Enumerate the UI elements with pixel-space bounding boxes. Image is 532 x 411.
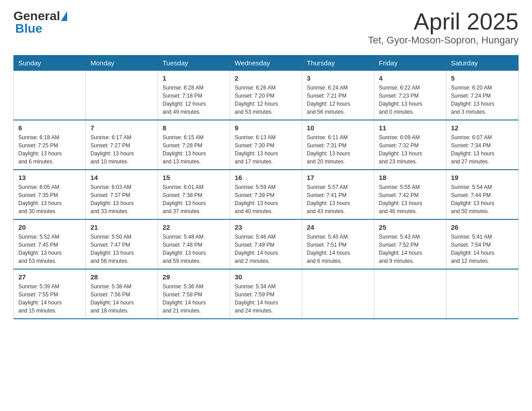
calendar-cell: 13Sunrise: 6:05 AM Sunset: 7:35 PM Dayli… xyxy=(14,170,86,219)
day-number: 16 xyxy=(235,174,297,181)
logo-blue-text: Blue xyxy=(15,21,43,35)
calendar-cell: 19Sunrise: 5:54 AM Sunset: 7:44 PM Dayli… xyxy=(446,170,519,219)
day-number: 23 xyxy=(235,223,297,231)
calendar-cell: 23Sunrise: 5:46 AM Sunset: 7:49 PM Dayli… xyxy=(230,219,302,269)
weekday-header-saturday: Saturday xyxy=(446,56,519,71)
weekday-header-tuesday: Tuesday xyxy=(158,56,230,71)
calendar-cell xyxy=(446,269,519,319)
calendar-cell: 30Sunrise: 5:34 AM Sunset: 7:59 PM Dayli… xyxy=(230,269,302,319)
calendar-cell: 27Sunrise: 5:39 AM Sunset: 7:55 PM Dayli… xyxy=(14,269,86,319)
day-info: Sunrise: 5:36 AM Sunset: 7:58 PM Dayligh… xyxy=(163,283,225,315)
calendar-cell: 5Sunrise: 6:20 AM Sunset: 7:24 PM Daylig… xyxy=(446,71,519,120)
calendar-cell: 2Sunrise: 6:26 AM Sunset: 7:20 PM Daylig… xyxy=(230,71,302,120)
day-info: Sunrise: 5:52 AM Sunset: 7:45 PM Dayligh… xyxy=(18,233,81,265)
logo-triangle-icon xyxy=(61,11,67,21)
calendar-title: April 2025 xyxy=(368,9,519,34)
weekday-header-friday: Friday xyxy=(374,56,446,71)
calendar-cell: 26Sunrise: 5:41 AM Sunset: 7:54 PM Dayli… xyxy=(446,219,519,269)
day-info: Sunrise: 5:43 AM Sunset: 7:52 PM Dayligh… xyxy=(379,233,442,265)
calendar-cell: 25Sunrise: 5:43 AM Sunset: 7:52 PM Dayli… xyxy=(374,219,446,269)
day-number: 11 xyxy=(379,124,442,132)
day-number: 30 xyxy=(235,273,297,281)
calendar-cell: 12Sunrise: 6:07 AM Sunset: 7:34 PM Dayli… xyxy=(446,120,519,170)
day-info: Sunrise: 5:55 AM Sunset: 7:42 PM Dayligh… xyxy=(379,183,442,215)
calendar-cell: 24Sunrise: 5:45 AM Sunset: 7:51 PM Dayli… xyxy=(302,219,374,269)
calendar-cell: 14Sunrise: 6:03 AM Sunset: 7:37 PM Dayli… xyxy=(86,170,158,219)
day-info: Sunrise: 6:05 AM Sunset: 7:35 PM Dayligh… xyxy=(18,183,81,215)
day-number: 1 xyxy=(163,74,225,82)
day-info: Sunrise: 6:09 AM Sunset: 7:32 PM Dayligh… xyxy=(379,133,442,166)
calendar-cell xyxy=(14,71,86,120)
day-info: Sunrise: 6:26 AM Sunset: 7:20 PM Dayligh… xyxy=(235,84,297,116)
calendar-header: SundayMondayTuesdayWednesdayThursdayFrid… xyxy=(14,56,519,71)
weekday-header-wednesday: Wednesday xyxy=(230,56,302,71)
calendar-cell: 20Sunrise: 5:52 AM Sunset: 7:45 PM Dayli… xyxy=(14,219,86,269)
day-number: 26 xyxy=(451,223,514,231)
day-info: Sunrise: 5:41 AM Sunset: 7:54 PM Dayligh… xyxy=(451,233,514,265)
day-info: Sunrise: 6:03 AM Sunset: 7:37 PM Dayligh… xyxy=(90,183,153,215)
day-info: Sunrise: 6:07 AM Sunset: 7:34 PM Dayligh… xyxy=(451,133,514,166)
calendar-cell: 9Sunrise: 6:13 AM Sunset: 7:30 PM Daylig… xyxy=(230,120,302,170)
calendar-cell: 1Sunrise: 6:28 AM Sunset: 7:18 PM Daylig… xyxy=(158,71,230,120)
calendar-table: SundayMondayTuesdayWednesdayThursdayFrid… xyxy=(13,55,519,319)
day-info: Sunrise: 6:15 AM Sunset: 7:28 PM Dayligh… xyxy=(163,133,225,166)
calendar-cell: 15Sunrise: 6:01 AM Sunset: 7:38 PM Dayli… xyxy=(158,170,230,219)
day-number: 5 xyxy=(451,74,514,82)
day-info: Sunrise: 6:13 AM Sunset: 7:30 PM Dayligh… xyxy=(235,133,297,166)
calendar-subtitle: Tet, Gyor-Moson-Sopron, Hungary xyxy=(368,34,519,46)
day-number: 27 xyxy=(18,273,81,281)
calendar-cell: 17Sunrise: 5:57 AM Sunset: 7:41 PM Dayli… xyxy=(302,170,374,219)
calendar-cell: 6Sunrise: 6:18 AM Sunset: 7:25 PM Daylig… xyxy=(14,120,86,170)
calendar-cell: 16Sunrise: 5:59 AM Sunset: 7:39 PM Dayli… xyxy=(230,170,302,219)
day-number: 12 xyxy=(451,124,514,132)
day-number: 20 xyxy=(18,223,81,231)
calendar-week-row: 6Sunrise: 6:18 AM Sunset: 7:25 PM Daylig… xyxy=(14,120,519,170)
title-block: April 2025 Tet, Gyor-Moson-Sopron, Hunga… xyxy=(368,9,519,46)
weekday-header-thursday: Thursday xyxy=(302,56,374,71)
calendar-body: 1Sunrise: 6:28 AM Sunset: 7:18 PM Daylig… xyxy=(14,71,519,319)
calendar-cell: 4Sunrise: 6:22 AM Sunset: 7:23 PM Daylig… xyxy=(374,71,446,120)
day-info: Sunrise: 5:59 AM Sunset: 7:39 PM Dayligh… xyxy=(235,183,297,215)
day-number: 10 xyxy=(307,124,369,132)
day-info: Sunrise: 5:38 AM Sunset: 7:56 PM Dayligh… xyxy=(90,283,153,315)
day-info: Sunrise: 6:11 AM Sunset: 7:31 PM Dayligh… xyxy=(307,133,369,166)
day-number: 2 xyxy=(235,74,297,82)
day-info: Sunrise: 6:18 AM Sunset: 7:25 PM Dayligh… xyxy=(18,133,81,166)
calendar-cell: 28Sunrise: 5:38 AM Sunset: 7:56 PM Dayli… xyxy=(86,269,158,319)
day-info: Sunrise: 6:24 AM Sunset: 7:21 PM Dayligh… xyxy=(307,84,369,116)
day-number: 18 xyxy=(379,174,442,181)
calendar-cell xyxy=(374,269,446,319)
header-row: SundayMondayTuesdayWednesdayThursdayFrid… xyxy=(14,56,519,71)
day-number: 24 xyxy=(307,223,369,231)
day-number: 25 xyxy=(379,223,442,231)
calendar-week-row: 20Sunrise: 5:52 AM Sunset: 7:45 PM Dayli… xyxy=(14,219,519,269)
day-number: 28 xyxy=(90,273,153,281)
calendar-week-row: 13Sunrise: 6:05 AM Sunset: 7:35 PM Dayli… xyxy=(14,170,519,219)
calendar-cell xyxy=(302,269,374,319)
calendar-week-row: 1Sunrise: 6:28 AM Sunset: 7:18 PM Daylig… xyxy=(14,71,519,120)
day-info: Sunrise: 5:50 AM Sunset: 7:47 PM Dayligh… xyxy=(90,233,153,265)
day-number: 9 xyxy=(235,124,297,132)
calendar-week-row: 27Sunrise: 5:39 AM Sunset: 7:55 PM Dayli… xyxy=(14,269,519,319)
day-number: 14 xyxy=(90,174,153,181)
day-number: 15 xyxy=(163,174,225,181)
calendar-cell: 29Sunrise: 5:36 AM Sunset: 7:58 PM Dayli… xyxy=(158,269,230,319)
day-info: Sunrise: 6:20 AM Sunset: 7:24 PM Dayligh… xyxy=(451,84,514,116)
calendar-cell: 3Sunrise: 6:24 AM Sunset: 7:21 PM Daylig… xyxy=(302,71,374,120)
day-number: 7 xyxy=(90,124,153,132)
day-number: 13 xyxy=(18,174,81,181)
day-info: Sunrise: 5:45 AM Sunset: 7:51 PM Dayligh… xyxy=(307,233,369,265)
day-info: Sunrise: 5:57 AM Sunset: 7:41 PM Dayligh… xyxy=(307,183,369,215)
weekday-header-sunday: Sunday xyxy=(14,56,86,71)
calendar-cell: 10Sunrise: 6:11 AM Sunset: 7:31 PM Dayli… xyxy=(302,120,374,170)
day-number: 21 xyxy=(90,223,153,231)
calendar-cell: 8Sunrise: 6:15 AM Sunset: 7:28 PM Daylig… xyxy=(158,120,230,170)
day-number: 29 xyxy=(163,273,225,281)
logo: General Blue xyxy=(13,9,68,36)
calendar-cell: 7Sunrise: 6:17 AM Sunset: 7:27 PM Daylig… xyxy=(86,120,158,170)
calendar-cell: 22Sunrise: 5:48 AM Sunset: 7:48 PM Dayli… xyxy=(158,219,230,269)
day-info: Sunrise: 5:48 AM Sunset: 7:48 PM Dayligh… xyxy=(163,233,225,265)
day-info: Sunrise: 6:01 AM Sunset: 7:38 PM Dayligh… xyxy=(163,183,225,215)
calendar-cell xyxy=(86,71,158,120)
day-number: 22 xyxy=(163,223,225,231)
